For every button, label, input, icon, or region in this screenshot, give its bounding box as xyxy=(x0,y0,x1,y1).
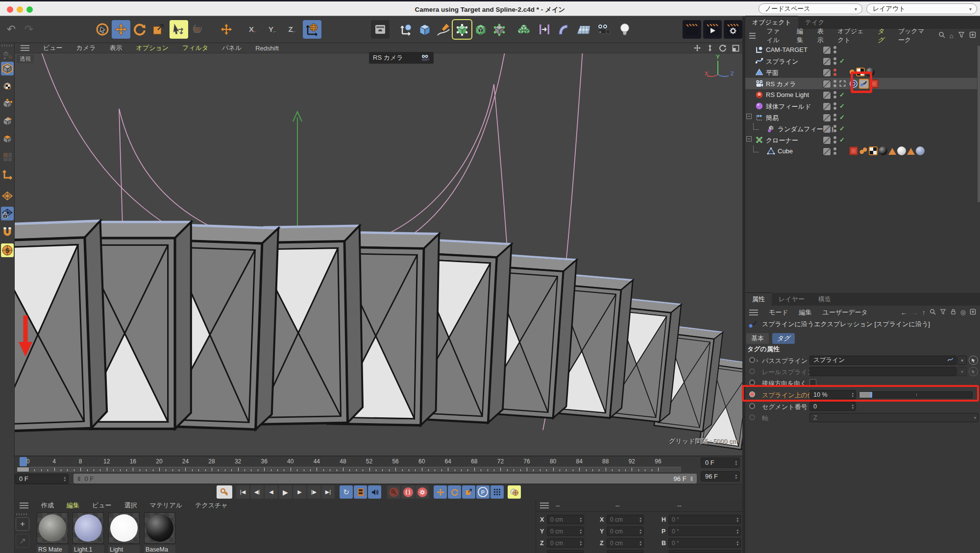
material-item[interactable]: RS Mate xyxy=(37,512,68,553)
material-item[interactable]: Light xyxy=(108,512,140,553)
menu-material[interactable]: マテリアル xyxy=(150,501,183,510)
range-grip-icon[interactable]: ‖ xyxy=(690,475,693,482)
deformer-button[interactable] xyxy=(554,20,572,39)
next-frame-button[interactable]: ▶ xyxy=(293,485,306,499)
key-parameter-button[interactable]: P xyxy=(476,485,490,499)
visibility-dots[interactable] xyxy=(833,136,836,144)
redo-button[interactable]: ↷ xyxy=(21,20,37,39)
material-tag[interactable] xyxy=(897,146,906,155)
pick-object-button[interactable] xyxy=(969,367,978,376)
filter-icon[interactable] xyxy=(958,31,965,40)
stepper-icon[interactable]: ▴▾ xyxy=(64,476,66,482)
object-name[interactable]: 簡易 xyxy=(766,114,779,122)
back-icon[interactable]: ← xyxy=(901,309,907,316)
redshift-tag[interactable] xyxy=(870,79,879,88)
current-frame-field[interactable]: 0 F ▴▾ xyxy=(15,474,69,484)
menu-tags[interactable]: タグ xyxy=(878,27,887,45)
scale-tool-button[interactable] xyxy=(149,20,168,39)
menu-edit[interactable]: 編集 xyxy=(67,501,79,510)
layer-toggle[interactable] xyxy=(823,114,831,122)
visibility-dots[interactable] xyxy=(833,114,836,121)
menu-edit[interactable]: 編集 xyxy=(799,308,812,317)
layer-toggle[interactable] xyxy=(823,46,831,54)
prev-key-button[interactable]: ◀| xyxy=(250,485,264,499)
collapse-icon[interactable]: − xyxy=(746,136,752,142)
align-to-spline-tag[interactable] xyxy=(859,79,869,89)
collapse-icon[interactable]: − xyxy=(746,114,752,119)
visibility-dots[interactable] xyxy=(833,46,836,53)
tab-basic[interactable]: 基本 xyxy=(746,333,769,344)
zoom-view-icon[interactable] xyxy=(705,44,715,52)
render-settings-button[interactable] xyxy=(724,20,742,39)
layer-toggle[interactable] xyxy=(823,147,831,156)
move-tool-button[interactable] xyxy=(112,20,130,39)
object-name[interactable]: スプライン xyxy=(766,57,799,66)
add-panel-icon[interactable] xyxy=(970,309,976,316)
menu-userdata[interactable]: ユーザーデータ xyxy=(823,308,868,317)
visibility-dots[interactable] xyxy=(833,57,836,65)
enabled-check-icon[interactable]: ✓ xyxy=(839,136,845,144)
object-name[interactable]: クローナー xyxy=(766,136,798,145)
uv-mode-button-disabled[interactable] xyxy=(1,150,14,164)
loop-mode-button[interactable]: ↻ xyxy=(340,485,353,499)
menu-edit[interactable]: 編集 xyxy=(797,27,806,45)
segment-field[interactable]: 0 ▴▾ xyxy=(809,402,856,411)
material-tag[interactable] xyxy=(866,68,875,76)
key-rotation-button[interactable] xyxy=(448,485,461,499)
menu-view[interactable]: 表示 xyxy=(817,27,827,45)
spline-pen-button[interactable] xyxy=(434,20,453,39)
stepper-icon[interactable]: ▴▾ xyxy=(735,474,737,480)
menu-file[interactable]: ファイル xyxy=(766,27,786,45)
object-row-simple[interactable]: −簡易✓ xyxy=(745,112,977,123)
slider-handle[interactable] xyxy=(870,392,872,398)
object-name[interactable]: 平面 xyxy=(766,69,779,77)
scrollbar[interactable] xyxy=(978,46,980,202)
key-scale-button[interactable] xyxy=(462,485,475,499)
stepper-icon[interactable]: ▴▾ xyxy=(735,460,737,466)
object-row-plane[interactable]: 平面 xyxy=(745,67,977,78)
timeline-tickstrip[interactable] xyxy=(20,467,681,472)
axis-modification-button[interactable] xyxy=(397,20,416,39)
pos-y-field[interactable]: 0 cm▴▾ xyxy=(547,527,584,536)
rot-h-field[interactable]: 0 °▴▾ xyxy=(668,515,741,524)
edge-mode-button[interactable] xyxy=(1,115,14,128)
object-row-camera[interactable]: RS カメラ xyxy=(745,78,977,89)
workplane-button[interactable] xyxy=(1,189,14,203)
tab-layers[interactable]: レイヤー xyxy=(772,293,811,306)
layer-toggle[interactable] xyxy=(823,125,831,133)
active-camera-label[interactable]: RS カメラ xyxy=(369,52,434,64)
camera-button[interactable] xyxy=(594,20,612,39)
uvw-tag[interactable] xyxy=(856,68,865,76)
tab-structure[interactable]: 構造 xyxy=(811,293,838,306)
menu-hamburger-icon[interactable] xyxy=(540,503,549,508)
timeline-ruler[interactable]: 0481216202428323640444852566064687276808… xyxy=(20,457,681,467)
layer-toggle[interactable] xyxy=(823,102,831,111)
texture-mode-button[interactable] xyxy=(1,79,14,93)
visibility-dots[interactable] xyxy=(833,91,836,98)
enable-axis-button[interactable] xyxy=(1,168,14,181)
end-frame-field[interactable]: 96 F ▴▾ xyxy=(701,471,740,481)
menu-mode[interactable]: モード xyxy=(769,308,788,317)
object-name[interactable]: CAM-TARGET xyxy=(766,46,808,53)
key-position-button[interactable] xyxy=(434,485,447,499)
volume-builder-button[interactable] xyxy=(514,20,533,39)
position-field[interactable]: 10 % ▴▾ xyxy=(809,390,856,399)
menu-options[interactable]: オプション xyxy=(136,44,169,52)
menu-redshift[interactable]: Redshift xyxy=(255,45,279,52)
object-name[interactable]: Cube xyxy=(778,147,793,155)
snapped-move-button-disabled[interactable] xyxy=(188,20,207,39)
object-row-spherefield[interactable]: 球体フィールド✓ xyxy=(745,100,977,112)
rot-b-field[interactable]: 0 °▴▾ xyxy=(668,538,741,548)
menu-hamburger-icon[interactable] xyxy=(749,33,756,39)
add-panel-icon[interactable] xyxy=(969,31,976,40)
model-mode-button[interactable] xyxy=(1,62,14,75)
goto-end-button[interactable]: ▶| xyxy=(321,485,335,499)
nodespace-dropdown[interactable]: ノードスペース▾ xyxy=(759,3,862,14)
sound-button[interactable] xyxy=(368,485,381,499)
visibility-dots[interactable] xyxy=(833,147,836,155)
keyframe-radio[interactable] xyxy=(749,357,755,363)
home-icon[interactable]: ⌂ xyxy=(950,32,954,40)
layer-toggle[interactable] xyxy=(823,136,831,144)
autokey-button[interactable]: ( ) xyxy=(401,485,415,499)
dropdown-button[interactable]: ▾ xyxy=(957,367,967,376)
